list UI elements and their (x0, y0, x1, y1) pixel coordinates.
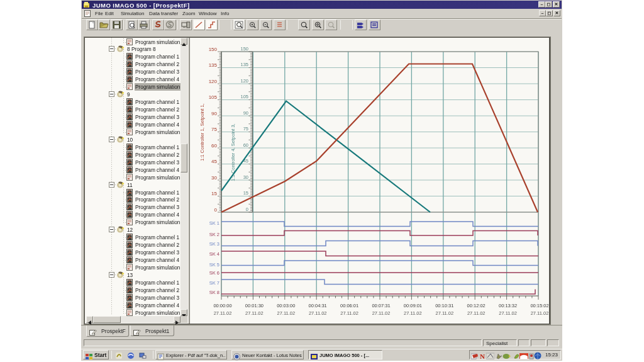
svg-text:27.11.02: 27.11.02 (499, 310, 517, 316)
svg-text:45: 45 (211, 159, 217, 164)
svg-text:150: 150 (209, 47, 218, 52)
svg-text:120: 120 (209, 79, 218, 84)
svg-text:30: 30 (211, 175, 217, 181)
svg-text:27.11.02: 27.11.02 (245, 310, 264, 316)
svg-text:0: 0 (246, 206, 248, 212)
svg-text:00:01:30: 00:01:30 (245, 303, 264, 308)
svg-text:0: 0 (214, 207, 218, 213)
svg-text:N: N (480, 353, 485, 359)
svg-text:1:1 Controller 1, Setpoint 1,: 1:1 Controller 1, Setpoint 1, (199, 103, 205, 161)
svg-text:135: 135 (240, 62, 248, 67)
svg-text:00:13:32: 00:13:32 (499, 303, 517, 308)
svg-text:27.11.02: 27.11.02 (214, 310, 232, 316)
svg-text:27.11.02: 27.11.02 (277, 310, 295, 316)
svg-text:00:03:00: 00:03:00 (277, 303, 295, 308)
svg-text:SK 1: SK 1 (209, 220, 219, 226)
svg-text:00:15:02: 00:15:02 (530, 303, 548, 308)
svg-text:00:10:31: 00:10:31 (435, 303, 453, 308)
svg-text:120: 120 (240, 78, 248, 84)
svg-text:27.11.02: 27.11.02 (372, 310, 391, 316)
svg-text:00:00:00: 00:00:00 (213, 303, 231, 308)
svg-text:27.11.02: 27.11.02 (309, 310, 327, 316)
svg-text:15: 15 (243, 190, 248, 196)
svg-text:30: 30 (243, 174, 248, 180)
svg-text:00:06:01: 00:06:01 (340, 303, 358, 308)
svg-text:SK 2: SK 2 (209, 232, 219, 237)
svg-text:27.11.02: 27.11.02 (340, 310, 358, 316)
svg-text:90: 90 (243, 110, 248, 116)
svg-text:75: 75 (243, 126, 248, 132)
svg-text:SK 5: SK 5 (209, 262, 219, 268)
svg-text:27.11.02: 27.11.02 (531, 310, 549, 316)
svg-text:SK 3: SK 3 (209, 241, 219, 247)
svg-text:15: 15 (211, 191, 217, 196)
svg-text:SK 4: SK 4 (209, 251, 219, 257)
svg-text:00:09:01: 00:09:01 (404, 303, 422, 308)
svg-text:00:12:02: 00:12:02 (467, 303, 486, 308)
svg-text:27.11.02: 27.11.02 (404, 310, 422, 316)
svg-text:105: 105 (240, 94, 248, 99)
svg-text:SK 8: SK 8 (209, 290, 219, 295)
svg-text:SK 6: SK 6 (209, 270, 219, 276)
svg-text:SK 7: SK 7 (209, 280, 219, 286)
svg-text:27.11.02: 27.11.02 (435, 310, 453, 316)
svg-text:60: 60 (211, 143, 217, 149)
svg-text:00:04:31: 00:04:31 (309, 303, 327, 308)
svg-text:00:07:31: 00:07:31 (372, 303, 390, 308)
svg-text:75: 75 (211, 127, 217, 132)
svg-text:90: 90 (211, 111, 217, 116)
svg-text:60: 60 (243, 142, 248, 148)
svg-text:105: 105 (209, 94, 218, 100)
svg-text:150: 150 (240, 46, 248, 52)
svg-text:27.11.02: 27.11.02 (467, 310, 486, 316)
svg-text:135: 135 (209, 62, 218, 68)
